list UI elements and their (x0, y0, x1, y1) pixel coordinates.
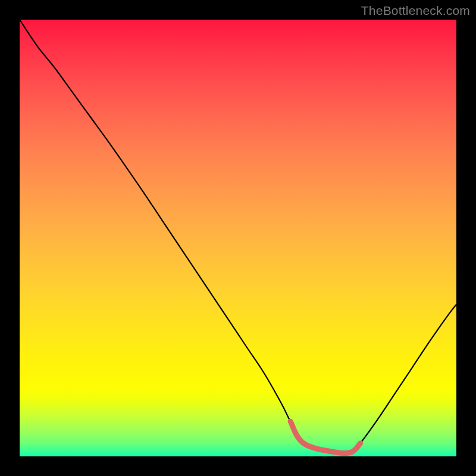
main-curve-path (20, 20, 456, 453)
chart-container: TheBottleneck.com (0, 0, 476, 476)
watermark-text: TheBottleneck.com (361, 4, 470, 18)
flat-segment-path (290, 421, 360, 453)
plot-area (20, 20, 456, 456)
line-chart (20, 20, 456, 456)
